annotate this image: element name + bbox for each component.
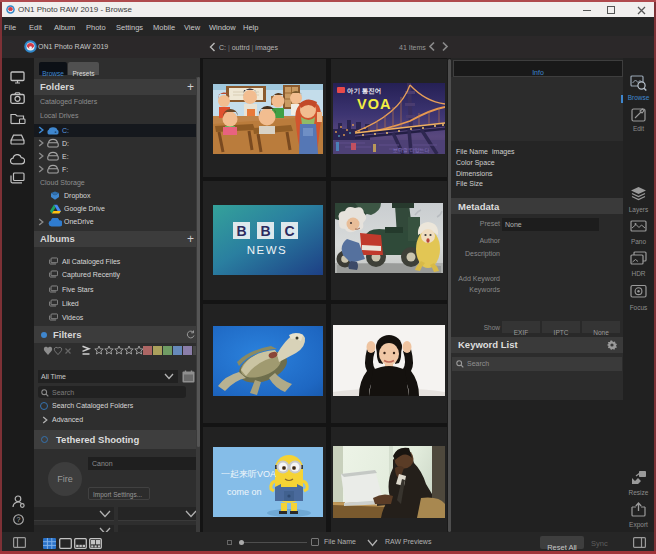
svg-text:VOA: VOA xyxy=(357,96,391,112)
svg-text:come on: come on xyxy=(227,487,262,497)
svg-text:보닥을 디있는다: 보닥을 디있는다 xyxy=(393,147,429,153)
svg-text:一起来听VOA: 一起来听VOA xyxy=(221,469,276,479)
svg-text:B: B xyxy=(260,223,270,239)
svg-text:아기 통진어: 아기 통진어 xyxy=(347,87,381,95)
svg-text:B: B xyxy=(236,223,246,239)
svg-text:?: ? xyxy=(17,516,21,523)
svg-text:NEWS: NEWS xyxy=(247,244,288,256)
svg-text:C: C xyxy=(284,223,294,239)
